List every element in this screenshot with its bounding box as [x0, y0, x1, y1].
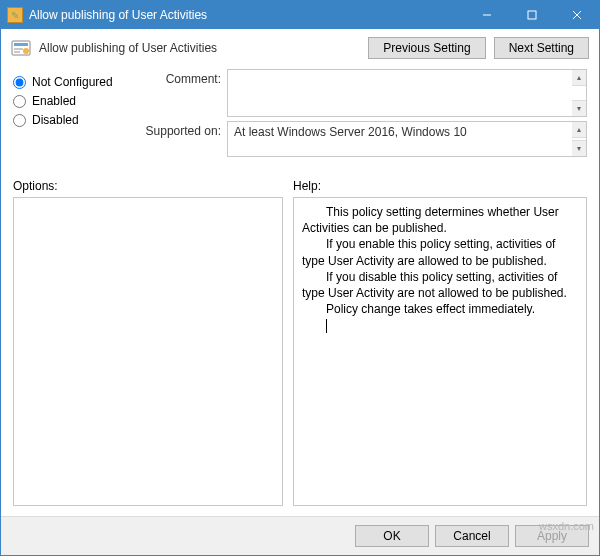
- comment-field[interactable]: ▴ ▾: [227, 69, 587, 117]
- maximize-button[interactable]: [509, 1, 554, 29]
- options-section-label: Options:: [13, 179, 293, 193]
- ok-button[interactable]: OK: [355, 525, 429, 547]
- policy-icon: [11, 38, 31, 58]
- radio-enabled[interactable]: Enabled: [13, 94, 131, 108]
- radio-label: Enabled: [32, 94, 76, 108]
- minimize-button[interactable]: [464, 1, 509, 29]
- svg-rect-7: [14, 51, 20, 53]
- body-area: Not Configured Enabled Disabled Comment:…: [1, 65, 599, 516]
- radio-enabled-input[interactable]: [13, 95, 26, 108]
- help-text: If you enable this policy setting, activ…: [302, 236, 578, 268]
- help-text: If you disable this policy setting, acti…: [302, 269, 578, 301]
- radio-label: Not Configured: [32, 75, 113, 89]
- help-section-label: Help:: [293, 179, 321, 193]
- scroll-down-icon[interactable]: ▾: [572, 100, 586, 116]
- subtitle-text: Allow publishing of User Activities: [39, 41, 217, 55]
- policy-dialog: ✎ Allow publishing of User Activities Al…: [0, 0, 600, 556]
- svg-point-8: [23, 48, 29, 54]
- cancel-button[interactable]: Cancel: [435, 525, 509, 547]
- supported-label: Supported on:: [141, 121, 227, 138]
- scroll-down-icon[interactable]: ▾: [572, 140, 586, 156]
- text-cursor: [326, 319, 578, 333]
- svg-rect-6: [14, 48, 23, 50]
- state-radios: Not Configured Enabled Disabled: [13, 69, 131, 161]
- radio-disabled-input[interactable]: [13, 114, 26, 127]
- svg-rect-5: [14, 43, 28, 46]
- help-text: Policy change takes effect immediately.: [302, 301, 578, 317]
- titlebar: ✎ Allow publishing of User Activities: [1, 1, 599, 29]
- window-title: Allow publishing of User Activities: [29, 8, 464, 22]
- scroll-up-icon[interactable]: ▴: [572, 122, 586, 138]
- previous-setting-button[interactable]: Previous Setting: [368, 37, 485, 59]
- radio-label: Disabled: [32, 113, 79, 127]
- svg-rect-1: [528, 11, 536, 19]
- footer: OK Cancel Apply: [1, 516, 599, 555]
- help-text: This policy setting determines whether U…: [302, 204, 578, 236]
- supported-field: At least Windows Server 2016, Windows 10…: [227, 121, 587, 157]
- radio-not-configured[interactable]: Not Configured: [13, 75, 131, 89]
- help-panel[interactable]: This policy setting determines whether U…: [293, 197, 587, 506]
- app-icon: ✎: [7, 7, 23, 23]
- header-row: Allow publishing of User Activities Prev…: [1, 29, 599, 65]
- scroll-up-icon[interactable]: ▴: [572, 70, 586, 86]
- options-panel: [13, 197, 283, 506]
- close-button[interactable]: [554, 1, 599, 29]
- next-setting-button[interactable]: Next Setting: [494, 37, 589, 59]
- comment-label: Comment:: [141, 69, 227, 86]
- radio-disabled[interactable]: Disabled: [13, 113, 131, 127]
- supported-value: At least Windows Server 2016, Windows 10: [234, 125, 467, 139]
- apply-button[interactable]: Apply: [515, 525, 589, 547]
- radio-not-configured-input[interactable]: [13, 76, 26, 89]
